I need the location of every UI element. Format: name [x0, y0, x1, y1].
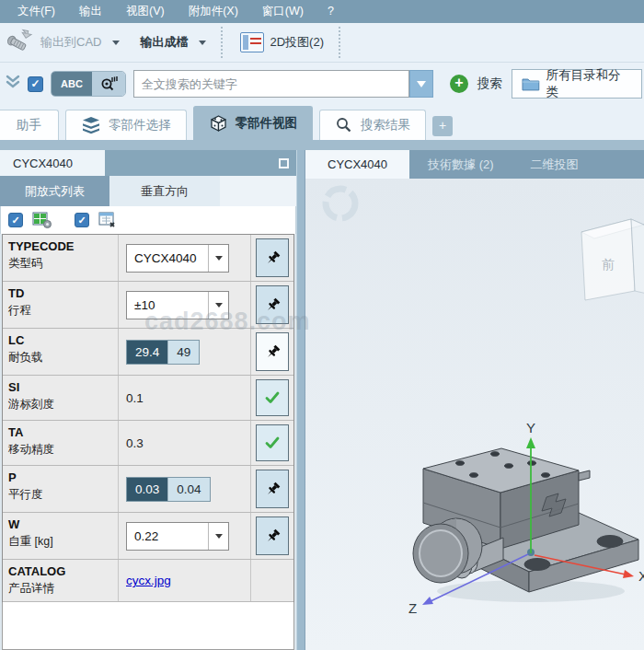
table-row: SI 游标刻度 0.1: [3, 376, 293, 421]
fulltext-mode-button[interactable]: [92, 72, 125, 96]
panel-splitter[interactable]: [296, 150, 305, 650]
menu-file[interactable]: 文件(F): [6, 0, 67, 23]
load-option-other[interactable]: 49: [167, 341, 199, 364]
search-option-checkbox[interactable]: ✓: [28, 76, 43, 92]
part-parameters-panel: CYCX4040 開放式列表 垂直方向 ✓ ✓: [0, 150, 296, 650]
accuracy-value: 0.3: [126, 436, 144, 450]
toolbar-separator-2: [339, 27, 343, 58]
abc-mode-button[interactable]: ABC: [52, 72, 92, 96]
add-tab-button[interactable]: +: [432, 116, 453, 136]
check-icon: [264, 390, 281, 405]
table-edit-icon[interactable]: [98, 211, 119, 229]
export-file-button[interactable]: 输出成檔: [140, 34, 188, 51]
search-input[interactable]: [133, 70, 409, 98]
stack-icon: [81, 116, 101, 134]
search-scope-label: 所有目录和分类: [546, 67, 632, 100]
load-option-selected[interactable]: 29.4: [127, 341, 167, 364]
weight-value: 0.22: [127, 523, 208, 550]
pin-button[interactable]: [256, 332, 289, 371]
param-label: TD 行程: [3, 282, 119, 328]
toolbar-separator: [221, 27, 225, 58]
tab-vertical[interactable]: 垂直方向: [109, 176, 220, 206]
dropdown-arrow-icon[interactable]: [208, 245, 228, 272]
pin-button[interactable]: [256, 470, 289, 508]
param-code: TYPECODE: [8, 239, 112, 253]
projection-2d-label: 2D投图(2): [270, 34, 324, 51]
param-code: TA: [8, 425, 112, 439]
pin-button[interactable]: [256, 517, 289, 555]
dropdown-arrow-icon[interactable]: [208, 523, 228, 550]
table-option-checkbox-2[interactable]: ✓: [75, 213, 89, 227]
export-file-dropdown-caret[interactable]: [199, 41, 206, 45]
dropdown-arrow-icon[interactable]: [208, 292, 228, 319]
table-row: P 平行度 0.03 0.04: [3, 466, 293, 513]
tab-search-results[interactable]: 搜索结果: [319, 110, 426, 140]
parallelism-toggle: 0.03 0.04: [126, 477, 211, 502]
menu-window[interactable]: 窗口(W): [250, 0, 316, 23]
parallelism-option-other[interactable]: 0.04: [167, 478, 209, 501]
tab-model[interactable]: CYCX4040: [305, 150, 409, 179]
collapse-chevron-icon[interactable]: [4, 73, 22, 95]
add-search-button[interactable]: +: [450, 75, 468, 93]
projection-2d-icon: [240, 32, 264, 52]
param-code: W: [8, 517, 112, 531]
param-label: TYPECODE 类型码: [3, 235, 119, 281]
left-panel-title: CYCX4040: [0, 150, 105, 176]
toolbar: 输出到CAD 输出成檔 2D投图(2): [0, 23, 644, 63]
table-row: TYPECODE 类型码 CYCX4040: [3, 235, 293, 282]
table-row: TA 移动精度 0.3: [3, 421, 293, 466]
menu-help[interactable]: ?: [316, 0, 346, 23]
stroke-dropdown[interactable]: ±10: [126, 291, 229, 319]
scale-value: 0.1: [126, 391, 144, 405]
typecode-dropdown[interactable]: CYCX4040: [126, 244, 229, 273]
param-code: LC: [8, 333, 112, 347]
axis-z-label: Z: [408, 600, 417, 616]
param-code: P: [8, 470, 112, 484]
tab-strip: [0, 140, 644, 150]
export-to-cad-icon: [6, 29, 35, 56]
tab-part-selection[interactable]: 零部件选择: [65, 110, 187, 140]
param-label: SI 游标刻度: [3, 376, 119, 420]
tab-technical-data[interactable]: 技術數據 (2): [409, 150, 512, 179]
parameter-table: TYPECODE 类型码 CYCX4040 TD: [2, 234, 294, 602]
maximize-icon[interactable]: [279, 158, 289, 168]
param-label: TA 移动精度: [3, 421, 119, 465]
export-to-cad-button[interactable]: 输出到CAD: [40, 34, 101, 51]
tab-assistant[interactable]: 助手: [0, 110, 59, 140]
param-code: SI: [8, 380, 112, 394]
tab-part-view[interactable]: 零部件视图: [193, 106, 314, 140]
parallelism-option-selected[interactable]: 0.03: [127, 478, 167, 501]
table-row: LC 耐负载 29.4 49: [3, 329, 293, 376]
pin-icon: [265, 250, 281, 266]
pin-icon: [265, 344, 281, 360]
tab-open-list[interactable]: 開放式列表: [0, 176, 109, 206]
confirm-button[interactable]: [256, 379, 289, 416]
tab-2d-projection[interactable]: 二维投图: [512, 150, 597, 179]
weight-dropdown[interactable]: 0.22: [126, 522, 229, 551]
export-cad-dropdown-caret[interactable]: [112, 41, 120, 45]
pin-button[interactable]: [256, 238, 289, 277]
table-option-checkbox-1[interactable]: ✓: [8, 213, 23, 227]
3d-viewport[interactable]: 前: [305, 179, 644, 650]
catalog-link[interactable]: cycx.jpg: [126, 574, 171, 587]
menu-addons[interactable]: 附加件(X): [177, 0, 250, 23]
search-bar: ✓ ABC + 搜索 所有目录和分类: [0, 63, 644, 105]
pin-button[interactable]: [256, 285, 289, 324]
menu-view[interactable]: 视图(V): [114, 0, 177, 23]
table-settings-icon[interactable]: [32, 211, 52, 229]
typecode-value: CYCX4040: [127, 245, 208, 272]
pin-icon: [265, 297, 281, 313]
axis-y-label: Y: [526, 420, 535, 435]
3d-model-canvas: 前: [305, 179, 644, 650]
search-history-dropdown[interactable]: [409, 70, 433, 98]
check-icon: [264, 435, 281, 450]
main-tabs-row: 助手 零部件选择 零部件视图: [0, 105, 644, 150]
menu-bar: 文件(F) 输出 视图(V) 附加件(X) 窗口(W) ?: [0, 0, 644, 23]
search-scope-selector[interactable]: 所有目录和分类: [512, 69, 642, 99]
projection-2d-button[interactable]: 2D投图(2): [233, 29, 331, 55]
confirm-button[interactable]: [256, 424, 289, 461]
stroke-value: ±10: [127, 292, 208, 319]
menu-export[interactable]: 输出: [67, 0, 114, 23]
view-cube[interactable]: 前: [581, 219, 644, 300]
table-row: W 自重 [kg] 0.22: [3, 513, 293, 560]
